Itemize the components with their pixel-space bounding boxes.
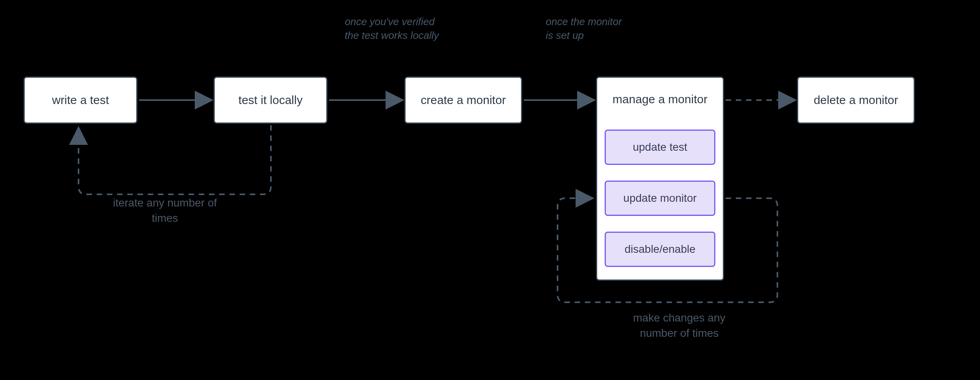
loop-label-make-changes: make changes any number of times bbox=[628, 310, 730, 341]
arrows-layer bbox=[0, 0, 980, 380]
subaction-update-monitor: update monitor bbox=[605, 181, 715, 216]
loop-label-iterate: iterate any number of times bbox=[106, 195, 224, 226]
loop-iterate-arrow bbox=[79, 125, 271, 194]
flow-diagram: once you've verified the test works loca… bbox=[0, 0, 980, 380]
step-test-locally: test it locally bbox=[214, 77, 327, 124]
step-delete-monitor: delete a monitor bbox=[797, 77, 915, 124]
step-manage-monitor-label: manage a monitor bbox=[612, 93, 708, 106]
step-write-test: write a test bbox=[24, 77, 137, 124]
note-after-setup: once the monitor is set up bbox=[546, 15, 624, 42]
step-create-monitor: create a monitor bbox=[404, 77, 522, 124]
subaction-disable-enable: disable/enable bbox=[605, 232, 715, 267]
subaction-update-test: update test bbox=[605, 130, 715, 165]
note-after-local-test: once you've verified the test works loca… bbox=[345, 15, 447, 42]
